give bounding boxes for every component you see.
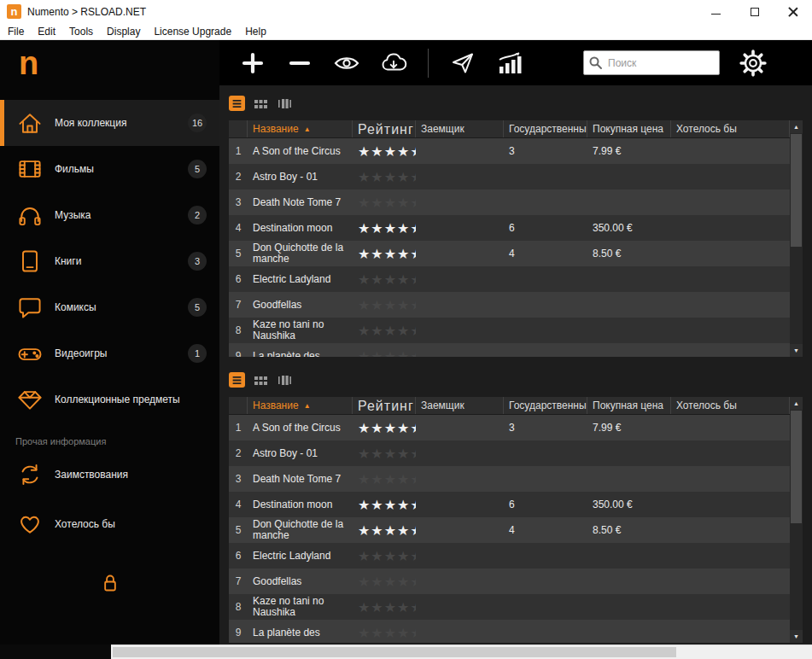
column-header-rating[interactable]: Рейтинг <box>353 397 416 414</box>
row-number: 5 <box>229 517 248 543</box>
lock-toggle[interactable] <box>0 571 219 595</box>
rating-stars[interactable]: ★★★★★ <box>353 266 416 292</box>
table-row[interactable]: 2 Astro Boy - 01 ★★★★★ <box>229 440 790 466</box>
price-cell <box>587 343 671 357</box>
grid-view-button[interactable] <box>253 96 269 111</box>
rating-stars[interactable]: ★★★★★ <box>353 415 416 440</box>
rating-stars[interactable]: ★★★★★ <box>353 440 416 466</box>
table-row[interactable]: 3 Death Note Tome 7 ★★★★★ <box>229 466 790 492</box>
rating-stars[interactable]: ★★★★★ <box>353 292 416 318</box>
list-view-button[interactable] <box>229 372 245 388</box>
rating-stars[interactable]: ★★★★★ <box>353 343 416 357</box>
grid-view-button[interactable] <box>253 372 269 388</box>
cards-view-button[interactable] <box>277 372 293 388</box>
search-input[interactable] <box>583 50 720 75</box>
list-view-button[interactable] <box>229 96 245 111</box>
menu-help[interactable]: Help <box>238 23 273 39</box>
column-header-number[interactable] <box>229 397 248 414</box>
column-header-borrower[interactable]: Заемщик <box>416 120 504 137</box>
rating-stars[interactable]: ★★★★★ <box>353 620 416 643</box>
table-row[interactable]: 9 La planète des ★★★★★ <box>229 343 790 357</box>
table-row[interactable]: 1 A Son of the Circus ★★★★★ 3 7.99 € <box>229 138 790 164</box>
close-button[interactable] <box>774 0 812 23</box>
sidebar-item-wishlist[interactable]: Хотелось бы <box>0 499 219 549</box>
scroll-down-icon[interactable]: ▼ <box>790 344 803 357</box>
horizontal-scrollbar[interactable] <box>0 644 812 659</box>
menu-tools[interactable]: Tools <box>62 23 100 39</box>
column-header-price[interactable]: Покупная цена <box>587 120 671 137</box>
rating-stars[interactable]: ★★★★★ <box>353 190 416 215</box>
rating-stars[interactable]: ★★★★★ <box>353 241 416 266</box>
rating-stars[interactable]: ★★★★★ <box>353 215 416 241</box>
sidebar-item-my-collection[interactable]: Моя коллекция 16 <box>0 100 219 146</box>
settings-button[interactable] <box>739 49 768 78</box>
scrollbar-thumb[interactable] <box>791 134 802 247</box>
table-row[interactable]: 5 Don Quichotte de la manche ★★★★★ 4 8.5… <box>229 241 790 266</box>
column-header-rating[interactable]: Рейтинг <box>353 120 416 137</box>
rating-stars[interactable]: ★★★★★ <box>353 318 416 343</box>
rating-stars[interactable]: ★★★★★ <box>353 492 416 517</box>
sidebar-item-video-games[interactable]: Видеоигры 1 <box>0 330 219 376</box>
view-item-button[interactable] <box>334 50 359 76</box>
menu-license-upgrade[interactable]: License Upgrade <box>147 23 238 39</box>
table-row[interactable]: 7 Goodfellas ★★★★★ <box>229 569 790 594</box>
table-row[interactable]: 8 Kaze no tani no Naushika ★★★★★ <box>229 318 790 343</box>
sidebar-item-comics[interactable]: Комиксы 5 <box>0 284 219 330</box>
share-button[interactable] <box>450 50 476 76</box>
sidebar-item-loans[interactable]: Заимствования <box>0 450 219 499</box>
column-header-wishlist[interactable]: Хотелось бы <box>671 397 790 414</box>
column-header-borrower[interactable]: Заемщик <box>416 397 504 414</box>
vertical-scrollbar[interactable]: ▲ ▼ <box>790 397 803 643</box>
rating-stars[interactable]: ★★★★★ <box>353 164 416 190</box>
scrollbar-track[interactable] <box>790 133 803 344</box>
rating-stars[interactable]: ★★★★★ <box>353 466 416 492</box>
menu-display[interactable]: Display <box>100 23 147 39</box>
vertical-scrollbar[interactable]: ▲ ▼ <box>790 120 803 357</box>
column-header-price[interactable]: Покупная цена <box>587 397 671 414</box>
column-header-condition[interactable]: Государственный <box>504 397 587 414</box>
cards-view-button[interactable] <box>277 96 293 111</box>
table-row[interactable]: 9 La planète des ★★★★★ <box>229 620 790 643</box>
sidebar-item-movies[interactable]: Фильмы 5 <box>0 146 219 192</box>
hscrollbar-track[interactable] <box>111 644 812 659</box>
table-row[interactable]: 2 Astro Boy - 01 ★★★★★ <box>229 164 790 190</box>
hscrollbar-thumb[interactable] <box>113 647 676 657</box>
scroll-down-icon[interactable]: ▼ <box>790 630 803 643</box>
rating-stars[interactable]: ★★★★★ <box>353 594 416 620</box>
maximize-button[interactable] <box>735 0 774 23</box>
sidebar-item-books[interactable]: Книги 3 <box>0 238 219 284</box>
sidebar-item-music[interactable]: Музыка 2 <box>0 192 219 238</box>
rating-stars[interactable]: ★★★★★ <box>353 517 416 543</box>
table-row[interactable]: 4 Destination moon ★★★★★ 6 350.00 € <box>229 215 790 241</box>
rating-stars[interactable]: ★★★★★ <box>353 569 416 594</box>
sidebar-item-label: Музыка <box>55 209 91 221</box>
column-header-number[interactable] <box>229 120 248 137</box>
statistics-button[interactable] <box>497 50 523 76</box>
remove-item-button[interactable] <box>287 50 313 76</box>
table-row[interactable]: 3 Death Note Tome 7 ★★★★★ <box>229 190 790 215</box>
column-header-condition[interactable]: Государственный <box>504 120 587 137</box>
table-row[interactable]: 6 Electric Ladyland ★★★★★ <box>229 266 790 292</box>
column-header-wishlist[interactable]: Хотелось бы <box>671 120 790 137</box>
scroll-up-icon[interactable]: ▲ <box>790 397 803 410</box>
menu-edit[interactable]: Edit <box>31 23 62 39</box>
rating-stars[interactable]: ★★★★★ <box>353 138 416 164</box>
column-header-title[interactable]: Название ▲ <box>248 397 353 414</box>
table-row[interactable]: 1 A Son of the Circus ★★★★★ 3 7.99 € <box>229 415 790 440</box>
wishlist-cell <box>671 415 790 440</box>
scrollbar-track[interactable] <box>790 410 803 630</box>
table-row[interactable]: 6 Electric Ladyland ★★★★★ <box>229 543 790 569</box>
scroll-up-icon[interactable]: ▲ <box>790 120 803 133</box>
table-row[interactable]: 5 Don Quichotte de la manche ★★★★★ 4 8.5… <box>229 517 790 543</box>
download-button[interactable] <box>381 50 406 76</box>
sidebar-item-collectibles[interactable]: Коллекционные предметы <box>0 376 219 423</box>
minimize-button[interactable] <box>697 0 735 23</box>
table-row[interactable]: 8 Kaze no tani no Naushika ★★★★★ <box>229 594 790 620</box>
table-row[interactable]: 7 Goodfellas ★★★★★ <box>229 292 790 318</box>
rating-stars[interactable]: ★★★★★ <box>353 543 416 569</box>
column-header-title[interactable]: Название ▲ <box>248 120 353 137</box>
table-row[interactable]: 4 Destination moon ★★★★★ 6 350.00 € <box>229 492 790 517</box>
menu-file[interactable]: File <box>1 23 31 39</box>
scrollbar-thumb[interactable] <box>791 411 802 523</box>
add-item-button[interactable] <box>240 50 266 76</box>
